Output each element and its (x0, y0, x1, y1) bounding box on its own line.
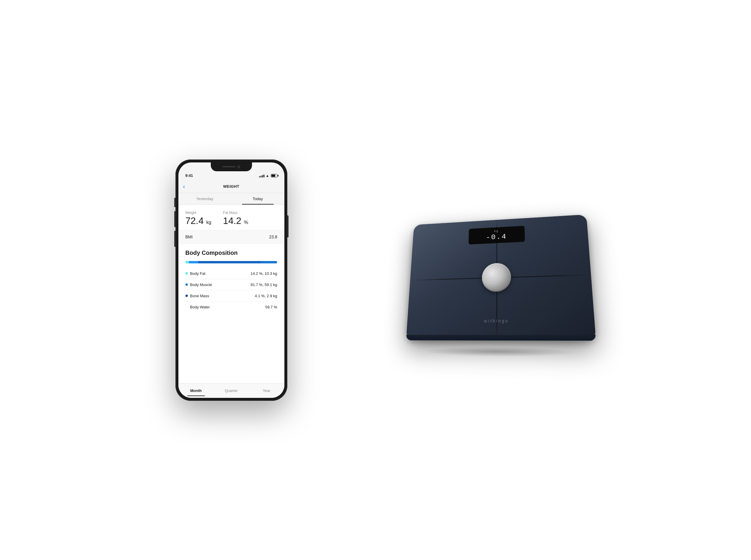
phone: 9:41 ▲ (175, 160, 287, 401)
weight-label: Weight (185, 211, 211, 215)
tab-yesterday[interactable]: Yesterday (178, 193, 231, 204)
body-composition-title: Body Composition (185, 249, 277, 256)
bone-mass-value: 4.1 %, 2.9 kg (255, 294, 277, 298)
app-content: Weight 72.4 kg Fat Mass 14.2 % (178, 205, 284, 398)
bone-mass-dot (185, 295, 188, 297)
body-muscle-value: 81.7 %, 59.1 kg (251, 282, 277, 287)
back-button[interactable]: ‹ (183, 183, 185, 190)
body-water-row: Body Water 59.7 % (185, 302, 277, 313)
status-bar: 9:41 ▲ (178, 171, 284, 180)
signal-bars (259, 174, 264, 177)
battery-fill (272, 175, 276, 177)
scale-shadow (422, 346, 576, 357)
scale-center-button (482, 262, 511, 292)
bmi-value: 23.8 (269, 235, 277, 239)
app-header: ‹ WEIGHT (178, 180, 284, 193)
body-fat-dot (185, 272, 188, 275)
status-time: 9:41 (185, 173, 193, 178)
time-tabs: Month Quarter Year (178, 383, 284, 398)
body-muscle-label: Body Muscle (190, 282, 212, 287)
bone-mass-left: Bone Mass (185, 294, 209, 298)
volume-down-button (174, 231, 175, 247)
bar-segment-blue-end (260, 261, 277, 263)
phone-frame: 9:41 ▲ (175, 160, 287, 401)
tab-today[interactable]: Today (231, 193, 284, 204)
bmi-row: BMI 23.8 (178, 230, 284, 244)
bar-segment-blue-mid (189, 261, 198, 263)
silent-button (174, 198, 175, 207)
scale-display: kg -0.4 (468, 225, 525, 244)
scale-display-value: -0.4 (486, 233, 507, 242)
weight-item: Weight 72.4 kg (185, 211, 211, 225)
app-tabs: Yesterday Today (178, 193, 284, 205)
power-button (287, 215, 289, 238)
tab-year[interactable]: Year (249, 383, 284, 398)
phone-notch (211, 162, 252, 171)
signal-bar-4 (263, 175, 264, 177)
volume-up-button (174, 211, 175, 227)
speaker (222, 166, 236, 167)
body-fat-value: 14.2 %, 10.3 kg (251, 271, 277, 276)
scale-bottom-edge (406, 335, 596, 340)
bar-segment-cyan (185, 261, 189, 263)
weight-value: 72.4 kg (185, 216, 211, 225)
body-composition-bar (185, 261, 277, 263)
bar-segment-blue-dark (198, 261, 260, 263)
signal-bar-3 (262, 175, 263, 177)
bmi-label: BMI (185, 235, 193, 239)
fat-unit: % (244, 220, 248, 225)
body-water-label: Body Water (185, 305, 210, 309)
body-muscle-row: Body Muscle 81.7 %, 59.1 kg (185, 279, 277, 291)
app-header-title: WEIGHT (223, 184, 239, 188)
smart-scale: kg -0.4 withings (406, 214, 596, 347)
scale-unit-label: kg (494, 229, 498, 233)
body-muscle-left: Body Muscle (185, 282, 212, 287)
body-composition-section: Body Composition Body Fat (178, 244, 284, 317)
scale-brand-label: withings (484, 318, 509, 323)
signal-bar-2 (260, 176, 261, 177)
body-muscle-dot (185, 283, 188, 286)
wifi-icon: ▲ (266, 174, 269, 178)
tab-month[interactable]: Month (178, 383, 214, 398)
battery-icon (271, 174, 277, 177)
phone-screen: 9:41 ▲ (178, 162, 284, 398)
bone-mass-row: Bone Mass 4.1 %, 2.9 kg (185, 291, 277, 302)
tab-quarter[interactable]: Quarter (214, 383, 249, 398)
scale-body: kg -0.4 withings (406, 214, 596, 340)
weight-section: Weight 72.4 kg Fat Mass 14.2 % (178, 205, 284, 230)
body-fat-left: Body Fat (185, 271, 205, 276)
body-water-value: 59.7 % (265, 305, 277, 309)
signal-bar-1 (259, 176, 260, 177)
front-camera (237, 165, 240, 168)
body-fat-label: Body Fat (190, 271, 205, 276)
weight-unit: kg (206, 220, 211, 225)
status-icons: ▲ (259, 174, 277, 178)
fat-mass-label: Fat Mass (223, 211, 248, 215)
fat-mass-value: 14.2 % (223, 216, 248, 225)
scene: kg -0.4 withings (140, 74, 611, 486)
bone-mass-label: Bone Mass (190, 294, 209, 298)
body-fat-row: Body Fat 14.2 %, 10.3 kg (185, 268, 277, 279)
fat-mass-item: Fat Mass 14.2 % (223, 211, 248, 225)
